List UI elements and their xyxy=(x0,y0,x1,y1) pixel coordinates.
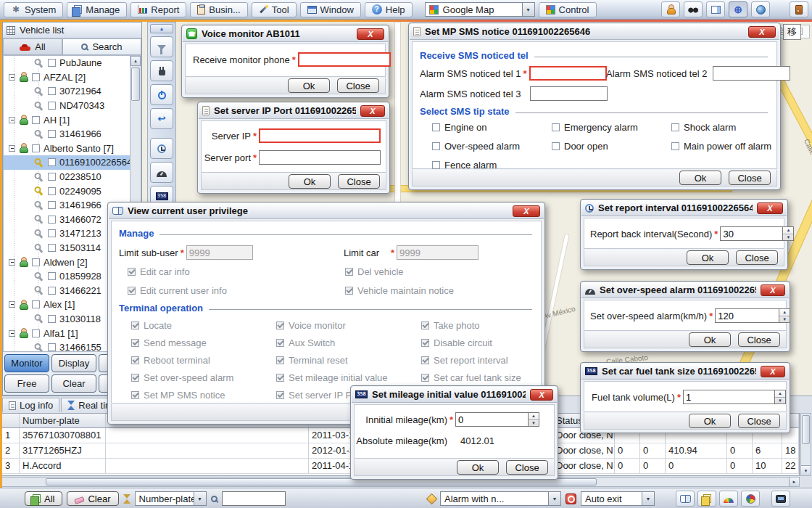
scroll-thumb[interactable] xyxy=(802,415,810,444)
filter-tool-button[interactable] xyxy=(150,36,173,57)
checkbox-checked-disabled[interactable] xyxy=(276,391,284,399)
collapse-icon[interactable] xyxy=(9,301,15,308)
scroll-down-arrow[interactable]: ▼ xyxy=(801,465,811,475)
ok-button[interactable]: Ok xyxy=(687,250,729,265)
network-status-button[interactable] xyxy=(771,491,790,507)
show-all-button[interactable]: All xyxy=(25,491,62,506)
close-button[interactable]: Close xyxy=(337,78,379,93)
close-icon[interactable]: X xyxy=(530,389,553,401)
close-icon[interactable]: X xyxy=(761,366,785,377)
group-checkbox[interactable] xyxy=(32,258,40,266)
statistics-button[interactable] xyxy=(741,491,760,507)
map-view-button[interactable] xyxy=(751,1,770,17)
spin-down[interactable]: ▼ xyxy=(779,316,790,323)
tab-search[interactable]: Search xyxy=(62,38,141,55)
dialog-titlebar[interactable]: 358 Set car fuel tank size 0116910022656… xyxy=(581,364,789,380)
checkbox-checked-disabled[interactable] xyxy=(421,339,429,347)
close-icon[interactable]: X xyxy=(748,26,776,38)
menu-business[interactable]: Busin... xyxy=(190,2,247,17)
log-vertical-scrollbar[interactable]: ▼ xyxy=(800,413,811,476)
initial-mileage-field[interactable] xyxy=(455,412,528,427)
locate-button[interactable]: ⊕ xyxy=(729,1,747,17)
monitor-button[interactable]: Monitor xyxy=(4,354,49,372)
alarm-tel2-field[interactable] xyxy=(713,66,790,81)
checkbox-checked-disabled[interactable] xyxy=(421,356,429,364)
checkbox-checked-disabled[interactable] xyxy=(131,339,139,347)
checkbox-checked-disabled[interactable] xyxy=(345,268,353,276)
tab-all[interactable]: All xyxy=(3,38,62,55)
user-info-button[interactable] xyxy=(661,1,680,17)
server-ip-field[interactable] xyxy=(259,128,381,143)
group-checkbox[interactable] xyxy=(32,116,40,124)
copy-button[interactable] xyxy=(697,491,716,507)
clear-button[interactable]: Clear xyxy=(51,374,96,393)
checkbox-checked-disabled[interactable] xyxy=(276,374,284,382)
checkbox-checked-disabled[interactable] xyxy=(345,287,353,295)
ok-button[interactable]: Ok xyxy=(689,332,731,347)
chevron-down-icon[interactable]: ▼ xyxy=(642,491,655,506)
vehicle-checkbox[interactable] xyxy=(48,187,56,195)
dialog-titlebar[interactable]: Set server IP Port 011691002265646 X xyxy=(199,103,389,119)
toolbar-collapse-button[interactable]: ▲ xyxy=(150,24,173,33)
checkbox[interactable] xyxy=(552,123,560,131)
group-checkbox[interactable] xyxy=(32,73,40,81)
tree-item-vehicle[interactable]: PubJaune xyxy=(4,56,141,70)
ok-button[interactable]: Ok xyxy=(679,171,721,185)
group-checkbox[interactable] xyxy=(32,144,40,152)
filter-field-select[interactable]: Number-plate ▼ xyxy=(135,491,207,506)
vehicle-checkbox[interactable] xyxy=(48,216,56,224)
spin-down[interactable]: ▼ xyxy=(529,420,539,427)
vehicle-checkbox[interactable] xyxy=(48,158,56,166)
checkbox-checked-disabled[interactable] xyxy=(421,321,429,329)
alarm-tel3-field[interactable] xyxy=(530,86,608,101)
scroll-up-arrow[interactable]: ▲ xyxy=(130,56,141,66)
close-icon[interactable]: X xyxy=(357,28,384,40)
spin-down[interactable]: ▼ xyxy=(775,398,785,404)
spin-down[interactable]: ▼ xyxy=(783,234,793,241)
collapse-icon[interactable] xyxy=(9,145,15,152)
alarm-mode-select[interactable]: Alarm with n... ▼ xyxy=(440,491,561,506)
fuel-volume-field[interactable] xyxy=(683,390,774,404)
checkbox-checked-disabled[interactable] xyxy=(128,287,136,295)
checkbox-checked-disabled[interactable] xyxy=(131,391,139,399)
close-button[interactable]: Close xyxy=(506,460,548,475)
checkbox[interactable] xyxy=(671,142,679,150)
close-icon[interactable]: X xyxy=(360,105,385,117)
checkbox-checked-disabled[interactable] xyxy=(276,321,284,329)
menu-window[interactable]: Window xyxy=(300,2,361,17)
close-icon[interactable]: X xyxy=(757,202,783,214)
control-button[interactable]: Control xyxy=(539,2,597,17)
tree-item-vehicle[interactable]: 02249095 xyxy=(4,184,141,198)
vehicle-checkbox[interactable] xyxy=(48,130,56,138)
checkbox[interactable] xyxy=(432,123,440,131)
limit-car-field[interactable] xyxy=(397,245,478,260)
close-button[interactable]: Close xyxy=(736,250,778,265)
close-icon[interactable]: X xyxy=(513,205,540,217)
close-button[interactable]: Close xyxy=(738,332,780,347)
log-book-button[interactable] xyxy=(676,491,695,507)
vehicle-checkbox[interactable] xyxy=(48,244,56,252)
interval-field[interactable] xyxy=(720,226,782,241)
close-button[interactable]: Close xyxy=(738,414,780,428)
exit-mode-select[interactable]: Auto exit ▼ xyxy=(581,491,655,506)
tree-item-vehicle[interactable]: ND470343 xyxy=(4,99,141,113)
dialog-titlebar[interactable]: ☎ Voice monitor AB1011 X xyxy=(183,26,388,42)
dialog-titlebar[interactable]: Set over-speed alarm 011691002265646 X xyxy=(581,282,789,298)
vehicle-checkbox[interactable] xyxy=(48,87,56,95)
plate-search-input[interactable] xyxy=(222,491,286,506)
checkbox[interactable] xyxy=(552,142,560,150)
chevron-down-icon[interactable]: ▼ xyxy=(549,491,561,506)
checkbox-checked-disabled[interactable] xyxy=(131,356,139,364)
scroll-thumb[interactable] xyxy=(131,67,140,101)
dialog-titlebar[interactable]: 358 Set mileage initial value 0116910022… xyxy=(352,387,557,403)
dialog-titlebar[interactable]: View current user privilege X xyxy=(109,203,544,219)
tree-item-vehicle-selected[interactable]: 011691002265646 xyxy=(4,155,141,170)
vehicle-checkbox[interactable] xyxy=(48,272,56,280)
alarm-tel1-field[interactable] xyxy=(529,66,607,81)
vehicle-checkbox[interactable] xyxy=(48,59,56,67)
collapse-icon[interactable] xyxy=(9,74,15,81)
tab-log-info[interactable]: Log info xyxy=(2,398,59,412)
collapse-icon[interactable] xyxy=(9,259,15,266)
checkbox-checked-disabled[interactable] xyxy=(276,356,284,364)
ok-button[interactable]: Ok xyxy=(289,174,331,189)
